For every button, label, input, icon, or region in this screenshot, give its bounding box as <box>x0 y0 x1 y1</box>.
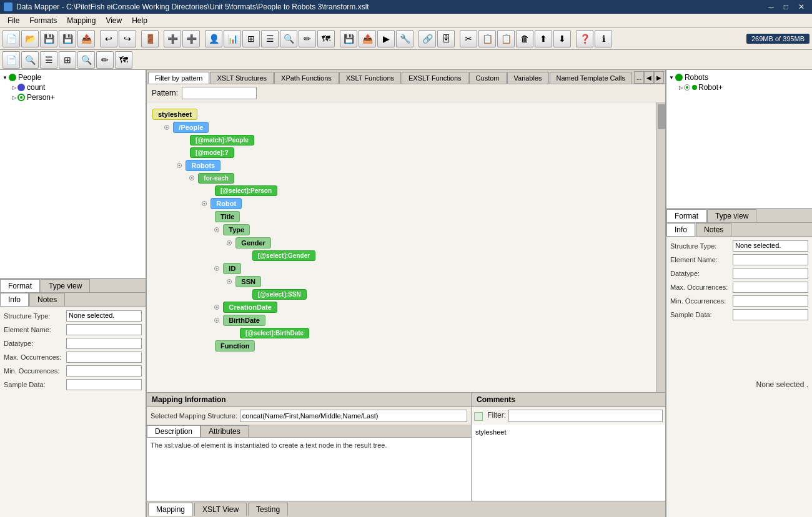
xslt-node-people[interactable]: /People <box>173 122 209 133</box>
tab-info-left[interactable]: Info <box>0 293 29 306</box>
xslt-node-select-gender[interactable]: [@select]:Gender <box>252 250 315 261</box>
expand-robot-plus[interactable]: ▷ <box>679 85 683 91</box>
tab-filter-pattern[interactable]: Filter by pattern <box>148 72 209 84</box>
xslt-node-match[interactable]: [@match]:/People <box>190 135 254 145</box>
save2-button[interactable]: 💾 <box>340 30 357 47</box>
add-target-button[interactable]: ➕ <box>182 30 200 47</box>
save-as-button[interactable]: 💾 <box>59 30 76 47</box>
tab-named-template[interactable]: Named Template Calls <box>550 72 632 84</box>
xslt-node-function[interactable]: Function <box>215 340 255 352</box>
xslt-node-ssn[interactable]: SSN <box>235 276 261 287</box>
tab-xpath-functions[interactable]: XPath Functions <box>274 72 339 84</box>
xslt-node-robot[interactable]: Robot <box>210 198 242 209</box>
tab-xslt-functions[interactable]: XSLT Functions <box>339 72 401 84</box>
xslt-node-robots[interactable]: Robots <box>186 160 220 171</box>
tab-format-right[interactable]: Format <box>666 209 706 222</box>
xslt-node-select-ssn[interactable]: [@select]:SSN <box>252 289 307 300</box>
tab-xslt-view[interactable]: XSLT View <box>194 503 247 516</box>
tab-arrow-left[interactable]: ◀ <box>644 71 654 84</box>
xslt-node-title[interactable]: Title <box>215 211 240 222</box>
xslt-node-gender[interactable]: Gender <box>235 237 271 249</box>
db-button[interactable]: 🗄 <box>437 30 455 47</box>
publish-button[interactable]: 📤 <box>359 30 376 47</box>
connect-button[interactable]: 🔗 <box>418 30 436 47</box>
tab-custom[interactable]: Custom <box>469 72 507 84</box>
move-up-button[interactable]: ⬆ <box>535 30 552 47</box>
xslt-canvas[interactable]: stylesheet /People [@match]:/People <box>147 102 656 392</box>
menu-mapping[interactable]: Mapping <box>62 15 101 26</box>
tab-typeview-left[interactable]: Type view <box>41 279 90 292</box>
data-button[interactable]: 📊 <box>224 30 241 47</box>
title-bar-controls[interactable]: ─ □ ✕ <box>765 2 808 11</box>
menu-view[interactable]: View <box>101 15 127 26</box>
move-down-button[interactable]: ⬇ <box>553 30 571 47</box>
undo-button[interactable]: ↩ <box>100 30 117 47</box>
tab-exslt-functions[interactable]: EXSLT Functions <box>402 72 468 84</box>
menu-help[interactable]: Help <box>127 15 152 26</box>
tab-xslt-structures[interactable]: XSLT Structures <box>210 72 274 84</box>
tb2-map[interactable]: 🗺 <box>115 51 132 69</box>
tb2-search[interactable]: 🔍 <box>21 51 39 69</box>
target-tree[interactable]: ▼ Robots ▷ Robot+ <box>666 70 812 209</box>
comments-filter-input[interactable] <box>508 410 663 422</box>
xslt-node-type[interactable]: Type <box>223 224 250 235</box>
tree-node-robot-plus[interactable]: ▷ Robot+ <box>669 82 810 92</box>
tab-description[interactable]: Description <box>147 425 201 437</box>
mapping-selected-value[interactable] <box>240 410 467 422</box>
filter-button[interactable]: 🔍 <box>280 30 297 47</box>
save-button[interactable]: 💾 <box>40 30 57 47</box>
list-button[interactable]: ☰ <box>261 30 279 47</box>
xslt-node-id[interactable]: ID <box>223 263 241 274</box>
expand-robots[interactable]: ▼ <box>669 75 674 81</box>
xslt-node-foreach[interactable]: for-each <box>198 173 234 184</box>
tb2-list[interactable]: ☰ <box>40 51 57 69</box>
tab-testing[interactable]: Testing <box>248 503 288 516</box>
xslt-scrollbar[interactable] <box>656 102 665 392</box>
tab-notes-right[interactable]: Notes <box>696 223 731 236</box>
tab-format-left[interactable]: Format <box>0 279 40 292</box>
xslt-node-stylesheet[interactable]: stylesheet <box>152 109 197 120</box>
tree-node-robots[interactable]: ▼ Robots <box>669 72 810 82</box>
tree-node-person[interactable]: ▷ Person+ <box>2 92 143 102</box>
tb2-new[interactable]: 📄 <box>2 51 20 69</box>
xslt-node-creationdate[interactable]: CreationDate <box>223 302 277 313</box>
help-button[interactable]: ❓ <box>576 30 593 47</box>
source-tree[interactable]: ▼ People ▷ count ▷ Person+ <box>0 70 146 278</box>
pattern-input[interactable] <box>182 87 257 99</box>
expand-button[interactable]: ⊞ <box>242 30 260 47</box>
map-button[interactable]: 🗺 <box>317 30 335 47</box>
tree-node-count[interactable]: ▷ count <box>2 82 143 92</box>
run-button[interactable]: ▶ <box>377 30 395 47</box>
new-button[interactable]: 📄 <box>2 30 20 47</box>
minimize-button[interactable]: ─ <box>765 2 778 11</box>
maximize-button[interactable]: □ <box>780 2 792 11</box>
tab-notes-left[interactable]: Notes <box>29 293 65 306</box>
expand-people[interactable]: ▼ <box>2 75 7 81</box>
tab-mapping[interactable]: Mapping <box>148 503 193 516</box>
export-button[interactable]: 📤 <box>77 30 95 47</box>
scrollbar-thumb[interactable] <box>658 104 665 129</box>
cut-button[interactable]: ✂ <box>460 30 477 47</box>
person-button[interactable]: 👤 <box>205 30 222 47</box>
tab-info-right[interactable]: Info <box>666 223 695 236</box>
paste-button[interactable]: 📋 <box>497 30 515 47</box>
xslt-node-select-birthdate[interactable]: [@select]:BirthDate <box>240 328 309 338</box>
xslt-node-birthdate[interactable]: BirthDate <box>223 315 265 326</box>
copy-button[interactable]: 📋 <box>478 30 496 47</box>
close-button[interactable]: ✕ <box>795 2 808 11</box>
delete-button[interactable]: 🗑 <box>516 30 533 47</box>
expand-count[interactable]: ▷ <box>12 85 16 91</box>
exit-button[interactable]: 🚪 <box>141 30 159 47</box>
xslt-node-select-person[interactable]: [@select]:Person <box>215 185 277 196</box>
tab-overflow-btn[interactable]: ... <box>634 71 644 84</box>
edit-button[interactable]: ✏ <box>299 30 316 47</box>
open-button[interactable]: 📂 <box>21 30 39 47</box>
xslt-node-mode[interactable]: [@mode]:? <box>190 147 234 158</box>
tree-node-people[interactable]: ▼ People <box>2 72 143 82</box>
test-button[interactable]: 🔧 <box>396 30 413 47</box>
tb2-edit[interactable]: ✏ <box>96 51 114 69</box>
info-button[interactable]: ℹ <box>595 30 612 47</box>
tb2-filter[interactable]: 🔍 <box>77 51 95 69</box>
tab-variables[interactable]: Variables <box>507 72 549 84</box>
tb2-expand[interactable]: ⊞ <box>59 51 76 69</box>
